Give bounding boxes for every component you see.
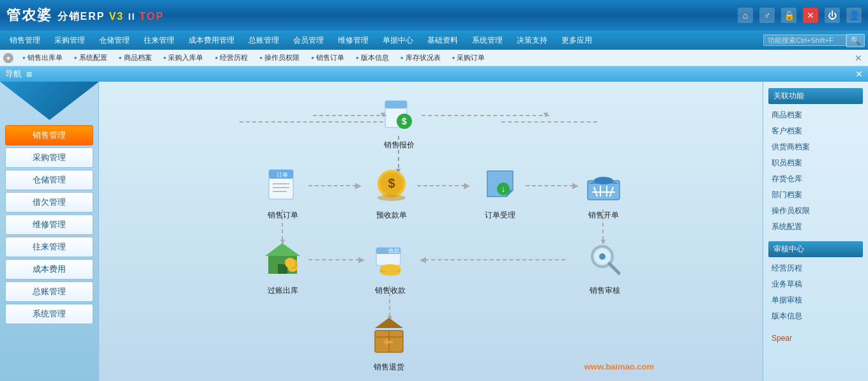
node-sales-open[interactable]: 销售开单	[584, 165, 623, 221]
close-icon[interactable]: ✕	[803, 8, 818, 23]
link-goods[interactable]: 商品档案	[768, 107, 863, 123]
arrow-quote-down	[398, 136, 399, 168]
sub-nav: 导航 ⊠ ✕	[0, 66, 868, 82]
nav-contacts[interactable]: 往来管理	[137, 33, 181, 49]
tab-history[interactable]: 经营历程	[209, 52, 253, 64]
main-area: 销售管理 采购管理 仓储管理 借欠管理 维修管理 往来管理 成本费用 总账管理 …	[0, 82, 868, 381]
nav-more[interactable]: 更多应用	[555, 33, 598, 49]
nav-warehouse[interactable]: 仓储管理	[93, 33, 136, 49]
nav-purchase[interactable]: 采购管理	[48, 33, 91, 49]
tab-purchase-in[interactable]: 采购入库单	[158, 52, 209, 64]
tab-purchase-order[interactable]: 采购订单	[447, 52, 491, 64]
prepay-icon: $	[372, 165, 411, 207]
watermark: www.baimao.com	[584, 362, 654, 371]
nav-cost[interactable]: 成本费用管理	[182, 33, 241, 49]
nav-ledger[interactable]: 总账管理	[242, 33, 286, 49]
tab-sales-out[interactable]: 销售出库单	[17, 52, 68, 64]
node-shipout[interactable]: 过账出库	[262, 240, 303, 296]
node-prepay[interactable]: $ 预收款单	[372, 165, 411, 221]
nav-system[interactable]: 系统管理	[466, 33, 509, 49]
home-icon[interactable]: ⌂	[738, 8, 753, 23]
node-order-accept[interactable]: ↓ 订单受理	[481, 165, 519, 221]
svg-marker-23	[265, 243, 300, 256]
nav-sales[interactable]: 销售管理	[3, 33, 47, 49]
svg-text:$: $	[402, 116, 407, 126]
node-sales-order[interactable]: 订单 销售订单	[264, 165, 302, 221]
arrow-shipout-collect: ▶	[308, 259, 360, 260]
sidebar-item-sales[interactable]: 销售管理	[5, 125, 93, 146]
sidebar-item-warehouse[interactable]: 仓储管理	[5, 170, 93, 190]
sales-audit-label: 销售审核	[590, 285, 620, 296]
arrow-audit-collect: ◀	[425, 259, 565, 260]
workflow-canvas: $ 销售报价 ▼ ▼	[99, 82, 763, 381]
right-panel: 关联功能 商品档案 客户档案 供货商档案 职员档案 存货仓库 部门档案 操作员权…	[763, 82, 868, 381]
svg-point-34	[380, 264, 400, 272]
sidebar-item-purchase[interactable]: 采购管理	[5, 147, 93, 168]
person-icon[interactable]: 👤	[846, 8, 862, 23]
sidebar-item-repair[interactable]: 维修管理	[5, 214, 93, 235]
nav-docs[interactable]: 单据中心	[376, 33, 420, 49]
arrow-quote-right	[501, 121, 597, 123]
sidebar-item-ledger[interactable]: 总账管理	[5, 281, 93, 302]
link-supplier[interactable]: 供货商档案	[768, 139, 863, 155]
shipout-label: 过账出库	[268, 285, 298, 296]
node-sales-quote[interactable]: $ 销售报价	[380, 94, 418, 151]
link-dept[interactable]: 部门档案	[768, 187, 863, 203]
sales-audit-icon	[586, 240, 624, 283]
search-area: 🔍	[763, 34, 865, 47]
tab-sales-order[interactable]: 销售订单	[306, 52, 349, 64]
arrow-accept-open: ▶	[526, 185, 574, 186]
sidebar-item-contacts[interactable]: 往来管理	[5, 237, 93, 257]
link-draft[interactable]: 业务草稿	[768, 276, 863, 292]
svg-point-28	[285, 258, 295, 268]
link-version[interactable]: 版本信息	[768, 308, 863, 324]
nav-member[interactable]: 会员管理	[287, 33, 330, 49]
link-customer[interactable]: 客户档案	[768, 123, 863, 139]
tab-sys-config[interactable]: 系统配置	[69, 52, 112, 64]
arrow-prepay-accept: ▶	[417, 185, 465, 186]
search-input[interactable]	[763, 34, 846, 46]
arrow-collect-return: ▼	[389, 286, 390, 317]
sidebar-item-system[interactable]: 系统管理	[5, 304, 93, 324]
audit-center-title: 审核中心	[768, 241, 863, 257]
tab-operator[interactable]: 操作员权限	[254, 52, 305, 64]
svg-point-17	[594, 177, 613, 184]
link-warehouse[interactable]: 存货仓库	[768, 171, 863, 187]
user-icon[interactable]: ♂	[759, 8, 775, 23]
order-accept-label: 订单受理	[485, 210, 515, 221]
sidebar-item-cost[interactable]: 成本费用	[5, 259, 93, 280]
header-icons: ⌂ ♂ 🔒 ✕ ⏻ 👤	[738, 8, 862, 23]
sidebar-item-debt[interactable]: 借欠管理	[5, 192, 93, 213]
tab-close-button[interactable]: ✕	[852, 53, 865, 63]
sub-nav-close-button[interactable]: ✕	[855, 69, 863, 79]
sales-open-label: 销售开单	[588, 210, 619, 221]
link-staff[interactable]: 职员档案	[768, 155, 863, 171]
sales-order-icon: 订单	[264, 165, 302, 207]
sub-nav-label: 导航	[5, 68, 22, 80]
svg-rect-1	[385, 101, 407, 108]
sales-order-label: 销售订单	[268, 210, 298, 221]
search-button[interactable]: 🔍	[846, 34, 865, 47]
tab-bar-icon: ●	[3, 53, 13, 63]
lock-icon[interactable]: 🔒	[781, 8, 796, 23]
power-icon[interactable]: ⏻	[825, 8, 840, 23]
node-sales-collect[interactable]: 收款 销售收款	[371, 240, 409, 296]
tab-inventory-status[interactable]: 库存状况表	[395, 52, 446, 64]
link-operator[interactable]: 操作员权限	[768, 203, 863, 219]
left-sidebar: 销售管理 采购管理 仓储管理 借欠管理 维修管理 往来管理 成本费用 总账管理 …	[0, 82, 99, 381]
link-history[interactable]: 经营历程	[768, 260, 863, 276]
nav-base[interactable]: 基础资料	[421, 33, 464, 49]
sales-quote-label: 销售报价	[384, 140, 415, 151]
link-doc-audit[interactable]: 单据审核	[768, 292, 863, 308]
top-nav: 销售管理 采购管理 仓储管理 往来管理 成本费用管理 总账管理 会员管理 维修管…	[0, 31, 868, 50]
node-sales-audit[interactable]: 销售审核	[586, 240, 624, 296]
node-sales-return[interactable]: 销售退货	[370, 317, 408, 373]
tab-goods[interactable]: 商品档案	[114, 52, 157, 64]
nav-repair[interactable]: 维修管理	[331, 33, 375, 49]
tab-version[interactable]: 版本信息	[351, 52, 394, 64]
link-sysconfig[interactable]: 系统配置	[768, 219, 863, 235]
order-accept-icon: ↓	[481, 165, 519, 207]
sales-return-icon	[370, 317, 408, 359]
arrow-order-prepay: ▶	[308, 185, 356, 186]
nav-decision[interactable]: 决策支持	[510, 33, 554, 49]
